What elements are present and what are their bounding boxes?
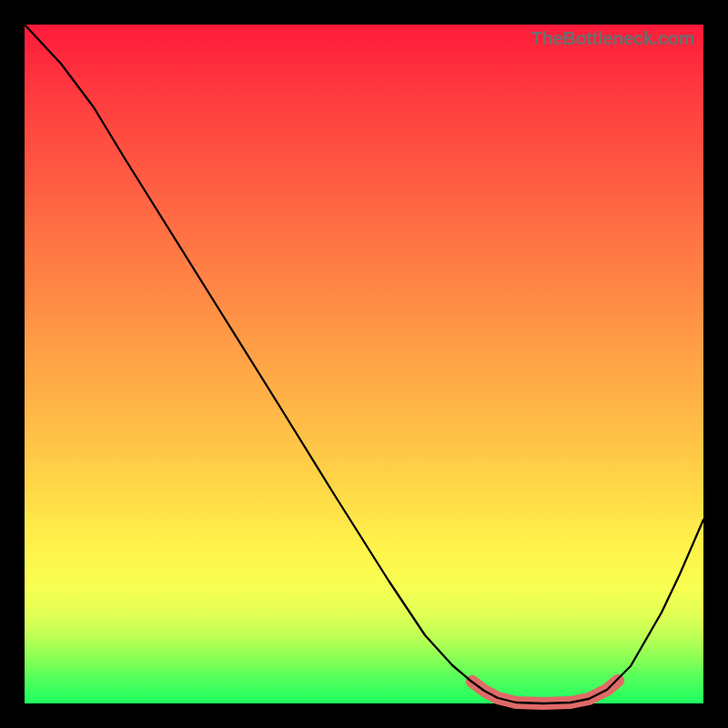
- curve-line: [25, 25, 703, 703]
- chart-frame: TheBottleneck.com: [0, 0, 728, 728]
- chart-svg: [25, 25, 703, 703]
- plot-area: TheBottleneck.com: [25, 25, 703, 703]
- highlight-segment: [472, 681, 618, 703]
